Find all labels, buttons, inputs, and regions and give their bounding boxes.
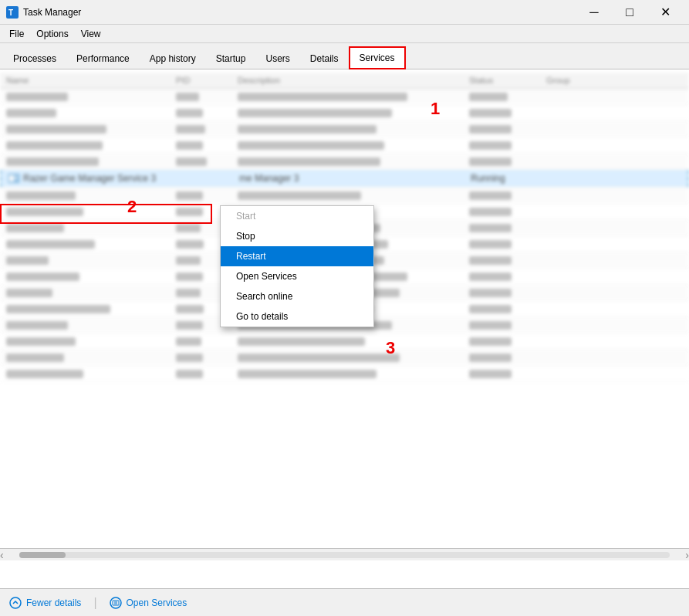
- table-row[interactable]: [0, 137, 689, 154]
- table-row[interactable]: [0, 121, 689, 137]
- svg-rect-3: [9, 175, 14, 181]
- menu-view[interactable]: View: [75, 27, 107, 41]
- tab-services[interactable]: Services: [349, 46, 406, 69]
- table-row[interactable]: [0, 366, 689, 382]
- open-services-button[interactable]: Open Services: [110, 597, 187, 609]
- razer-service-row[interactable]: Razer Game Manager Service 3 me Manager …: [0, 170, 689, 188]
- context-menu-search-online[interactable]: Search online: [221, 286, 373, 306]
- tab-app-history[interactable]: App history: [140, 48, 206, 69]
- table-row[interactable]: [0, 188, 689, 204]
- col-header-status: Status: [469, 76, 546, 85]
- context-menu-start[interactable]: Start: [221, 206, 373, 226]
- col-header-pid: PID: [176, 76, 238, 85]
- tab-processes[interactable]: Processes: [3, 48, 66, 69]
- context-menu: Start Stop Restart Open Services Search …: [220, 205, 374, 327]
- menu-bar: File Options View: [0, 25, 689, 43]
- svg-rect-4: [15, 176, 18, 178]
- status-bar: Fewer details | Open Services: [0, 588, 689, 616]
- table-row[interactable]: [0, 105, 689, 121]
- horizontal-scrollbar[interactable]: ‹ ›: [0, 548, 689, 560]
- table-row[interactable]: [0, 350, 689, 366]
- service-status: Running: [471, 173, 548, 184]
- menu-file[interactable]: File: [3, 27, 30, 41]
- services-table-background: Name PID Description Status Group: [0, 69, 689, 588]
- maximize-button[interactable]: □: [612, 0, 647, 25]
- tab-startup[interactable]: Startup: [206, 48, 256, 69]
- menu-options[interactable]: Options: [30, 27, 74, 41]
- context-menu-restart[interactable]: Restart: [221, 246, 373, 266]
- app-icon: T: [6, 6, 19, 19]
- tab-performance[interactable]: Performance: [66, 48, 140, 69]
- scroll-right-arrow[interactable]: ›: [685, 549, 689, 561]
- chevron-up-icon: [9, 597, 22, 609]
- fewer-details-label: Fewer details: [26, 597, 81, 608]
- open-services-icon: [110, 597, 122, 609]
- close-button[interactable]: ✕: [647, 0, 683, 25]
- tab-details[interactable]: Details: [300, 48, 349, 69]
- table-header: Name PID Description Status Group: [0, 73, 689, 89]
- svg-point-7: [110, 597, 121, 608]
- scrollbar-thumb[interactable]: [19, 552, 66, 558]
- service-description: me Manager 3: [239, 173, 471, 184]
- svg-point-6: [10, 597, 21, 608]
- context-menu-stop[interactable]: Stop: [221, 226, 373, 246]
- table-row[interactable]: [0, 154, 689, 170]
- service-icon: [8, 172, 20, 184]
- window-controls: ─ □ ✕: [576, 0, 683, 25]
- col-header-group: Group: [546, 76, 623, 85]
- tab-users[interactable]: Users: [255, 48, 299, 69]
- service-name: Razer Game Manager Service 3: [23, 173, 156, 184]
- col-header-description: Description: [238, 76, 469, 85]
- svg-text:T: T: [8, 8, 13, 17]
- table-row[interactable]: [0, 333, 689, 350]
- scroll-left-arrow[interactable]: ‹: [0, 549, 4, 561]
- col-header-name: Name: [6, 76, 176, 85]
- minimize-button[interactable]: ─: [576, 0, 612, 25]
- open-services-label: Open Services: [127, 597, 187, 608]
- fewer-details-button[interactable]: Fewer details: [9, 597, 81, 609]
- scrollbar-track: [19, 552, 670, 558]
- main-content: Name PID Description Status Group: [0, 69, 689, 588]
- context-menu-open-services[interactable]: Open Services: [221, 266, 373, 286]
- table-row[interactable]: [0, 89, 689, 105]
- status-separator: |: [93, 596, 96, 610]
- svg-rect-8: [113, 601, 119, 605]
- svg-rect-5: [15, 178, 18, 180]
- window-title: Task Manager: [23, 7, 576, 18]
- title-bar: T Task Manager ─ □ ✕: [0, 0, 689, 25]
- context-menu-go-to-details[interactable]: Go to details: [221, 306, 373, 327]
- tab-bar: Processes Performance App history Startu…: [0, 43, 689, 69]
